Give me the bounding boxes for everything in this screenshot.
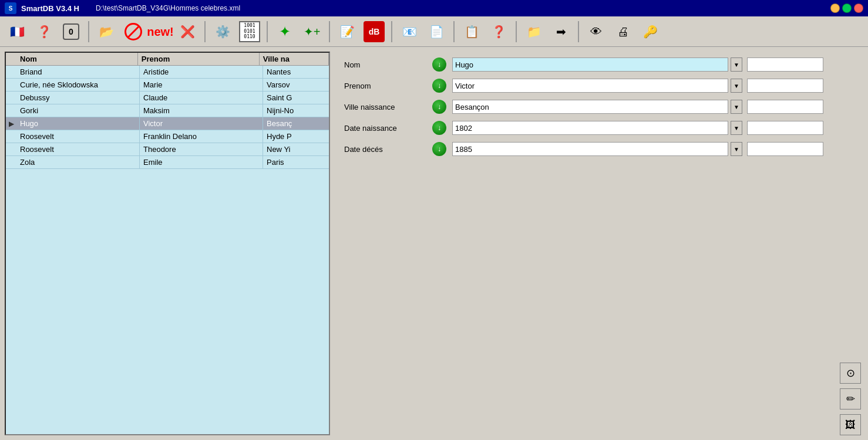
tools-icon: ⚙️ [216,26,230,38]
maximize-button[interactable] [842,4,852,13]
row-indicator [6,156,16,168]
col-header-nom: Nom [16,53,138,65]
open-button[interactable]: 📂 [94,19,119,44]
field-dropdown-button[interactable]: ▼ [731,79,742,93]
print-button[interactable]: 🖨 [611,19,635,44]
edit-button[interactable]: ✏ [840,388,861,409]
folder-button[interactable]: 📁 [522,19,546,44]
field-row: Date naissance▼ [344,120,823,136]
delete-button[interactable]: ❌ [175,19,200,44]
key-icon: 🔑 [643,26,658,38]
table-cell-ville: Hyde P [263,130,322,143]
edit-icon: ✏ [846,392,855,405]
star-plus-button[interactable]: ✦+ [300,19,324,44]
open-icon: 📂 [99,26,114,38]
field-dropdown-button[interactable]: ▼ [731,142,742,156]
field-nav-icon[interactable] [431,141,448,157]
star-button[interactable]: ✦ [272,19,297,44]
field-dropdown-button[interactable]: ▼ [731,100,742,114]
form-button[interactable]: 📋 [459,19,484,44]
left-panel: Nom Prenom Ville na BriandAristideNantes… [0,47,335,440]
field-input-prenom[interactable] [452,79,728,93]
table-cell-nom: Roosevelt [16,130,140,143]
minimize-button[interactable] [830,4,840,13]
doc-button[interactable]: 📄 [424,19,449,44]
zero-button[interactable]: 0 [59,19,83,44]
field-dropdown-button[interactable]: ▼ [731,121,742,135]
field-nav-icon[interactable] [431,120,448,136]
tools-button[interactable]: ⚙️ [210,19,235,44]
filter-button[interactable]: ⊙ [840,363,861,384]
field-input-nom[interactable] [452,57,728,72]
table-cell-ville: Nantes [263,66,322,78]
table-cell-nom: Zola [16,156,140,168]
table-row[interactable]: ▶HugoVictorBesanç [6,117,329,130]
nav-circle[interactable] [432,100,446,114]
table-row[interactable]: BriandAristideNantes [6,66,329,79]
filter-icon: ⊙ [846,367,855,380]
form-icon: 📋 [465,26,479,38]
nav-circle[interactable] [432,121,446,135]
eye-icon: 👁 [590,26,602,38]
db-button[interactable]: dB [362,19,386,44]
close-button[interactable] [854,4,863,13]
table-row[interactable]: ZolaEmileParis [6,156,329,169]
mail-button[interactable]: 📧 [397,19,422,44]
row-indicator [6,130,16,143]
far-right-bottom: ⊙ ✏ 🖼 [840,363,861,435]
table-cell-nom: Gorki [16,104,140,117]
field-label: Ville naissance [344,103,426,111]
table-row[interactable]: RooseveltTheodoreNew Yi [6,143,329,156]
new-button[interactable]: new! [148,19,173,44]
field-input-wrap: ▼ [452,57,742,72]
question-icon: ❓ [492,26,506,38]
table-cell-prenom: Marie [140,79,263,91]
field-nav-icon[interactable] [431,56,448,73]
table-cell-nom: Curie, née Sklodowska [16,79,140,91]
table-row[interactable]: DebussyClaudeSaint G [6,92,329,104]
field-input-wrap: ▼ [452,142,742,156]
field-dropdown-button[interactable]: ▼ [731,57,742,72]
key-button[interactable]: 🔑 [638,19,662,44]
field-extra-box [747,100,823,114]
separator-2 [204,21,206,42]
question-button[interactable]: ❓ [486,19,511,44]
field-nav-icon[interactable] [431,77,448,94]
field-input-ville-naissance[interactable] [452,100,728,114]
table-header: Nom Prenom Ville na [6,53,329,66]
filepath: D:\test\SmartDB_V34G\Hommes celebres.xml [96,4,240,12]
nav-circle[interactable] [432,57,446,72]
table-row[interactable]: Curie, née SklodowskaMarieVarsov [6,79,329,92]
separator-1 [88,21,89,42]
table-cell-prenom: Franklin Delano [140,130,263,143]
right-panel: Nom▼Prenom▼Ville naissance▼Date naissanc… [335,47,833,440]
export-button[interactable]: ➡ [549,19,573,44]
text-edit-button[interactable]: 📝 [335,19,359,44]
field-input-wrap: ▼ [452,79,742,93]
export-icon: ➡ [556,26,566,38]
table-cell-ville: New Yi [263,143,322,155]
field-input-date-naissance[interactable] [452,121,728,135]
table-cell-prenom: Aristide [140,66,263,78]
help-button[interactable]: ❓ [32,19,56,44]
field-row: Prenom▼ [344,77,823,94]
titlebar: S SmartDB V3.4 H D:\test\SmartDB_V34G\Ho… [0,0,868,16]
eye-button[interactable]: 👁 [584,19,608,44]
table-row[interactable]: GorkiMaksimNijni-No [6,104,329,117]
table-body[interactable]: BriandAristideNantesCurie, née Sklodowsk… [6,66,329,432]
binary-icon: 1001 0101 0110 [239,21,260,42]
nav-circle[interactable] [432,142,446,156]
field-nav-icon[interactable] [431,99,448,115]
binary-button[interactable]: 1001 0101 0110 [237,19,262,44]
nav-circle[interactable] [432,79,446,93]
field-label: Nom [344,60,426,69]
table-cell-ville: Saint G [263,92,322,104]
image-icon: 🖼 [845,419,856,431]
no-entry-button[interactable] [121,19,146,44]
flag-button[interactable]: 🇫🇷 [5,19,29,44]
image-button[interactable]: 🖼 [840,414,861,435]
toolbar: 🇫🇷 ❓ 0 📂 new! ❌ ⚙️ 1001 0101 0110 ✦ [0,16,868,47]
table-row[interactable]: RooseveltFranklin DelanoHyde P [6,130,329,143]
field-row: Nom▼ [344,56,823,73]
field-input-date-décés[interactable] [452,142,728,156]
